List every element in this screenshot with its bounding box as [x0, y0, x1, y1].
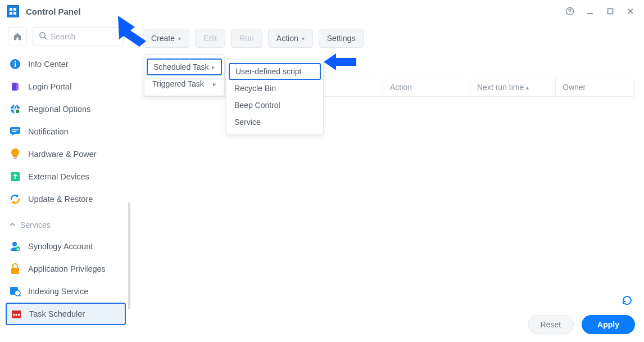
svg-rect-6: [587, 13, 593, 14]
button-label: Action: [276, 34, 298, 43]
column-label: Owner: [563, 83, 586, 92]
maximize-button[interactable]: [604, 4, 617, 18]
search-icon: [39, 32, 47, 42]
search-field-wrap[interactable]: [33, 27, 124, 46]
svg-rect-18: [13, 158, 17, 159]
button-label: Edit: [203, 34, 217, 43]
cycle-icon: [9, 193, 21, 205]
scheduled-task-submenu: User-defined script Recycle Bin Beep Con…: [226, 59, 324, 134]
bottom-bar: Reset Apply: [143, 315, 635, 334]
lock-icon: [9, 263, 21, 275]
svg-rect-29: [18, 314, 20, 316]
reset-button[interactable]: Reset: [528, 315, 574, 334]
globe-icon: [9, 103, 21, 115]
button-label: Run: [239, 34, 254, 43]
close-button[interactable]: [624, 4, 637, 18]
sidebar-item-hardware-power[interactable]: Hardware & Power: [6, 143, 126, 165]
column-label: Action: [390, 83, 412, 92]
sidebar-item-label: Hardware & Power: [28, 150, 97, 159]
sidebar: Info Center Login Portal Regional Option…: [0, 22, 131, 342]
index-icon: [9, 285, 21, 298]
sidebar-item-external-devices[interactable]: External Devices: [6, 165, 126, 188]
sidebar-item-label: External Devices: [28, 172, 89, 181]
menu-item-label: Scheduled Task: [153, 62, 209, 71]
menu-item-scheduled-task[interactable]: Scheduled Task ▸: [147, 58, 222, 75]
window-title: Control Panel: [26, 7, 81, 16]
sidebar-item-indexing-service[interactable]: Indexing Service: [6, 280, 126, 303]
content-area: Create ▾ Scheduled Task ▸ Triggered Task…: [131, 22, 644, 342]
menu-item-label: Triggered Task: [152, 79, 204, 88]
chevron-right-icon: ▸: [212, 64, 215, 71]
column-next-run-time[interactable]: Next run time ▴: [470, 78, 556, 96]
apply-button[interactable]: Apply: [582, 315, 635, 334]
run-button: Run: [231, 29, 262, 48]
svg-rect-1: [13, 8, 16, 11]
home-button[interactable]: [8, 27, 27, 46]
sidebar-item-application-privileges[interactable]: Application Privileges: [6, 258, 126, 280]
sidebar-item-update-restore[interactable]: Update & Restore: [6, 188, 126, 210]
sidebar-item-synology-account[interactable]: Synology Account: [6, 235, 126, 258]
create-menu: Scheduled Task ▸ Triggered Task ▸: [144, 55, 225, 96]
bulb-icon: [9, 148, 21, 160]
sidebar-item-label: Synology Account: [28, 242, 93, 251]
edit-button: Edit: [195, 29, 225, 48]
app-icon: [7, 5, 19, 17]
sidebar-item-label: Notification: [28, 127, 69, 136]
svg-rect-10: [15, 63, 16, 67]
svg-marker-30: [118, 16, 146, 47]
sidebar-item-regional-options[interactable]: Regional Options: [6, 98, 126, 120]
svg-marker-31: [324, 53, 356, 70]
button-label: Settings: [327, 34, 356, 43]
door-icon: [9, 80, 21, 93]
sidebar-scrollbar[interactable]: [128, 202, 130, 309]
svg-rect-16: [12, 129, 19, 130]
svg-point-8: [40, 32, 45, 37]
sidebar-section-services[interactable]: Services: [6, 215, 126, 235]
annotation-arrow: [324, 53, 356, 70]
svg-point-5: [569, 13, 570, 14]
action-button[interactable]: Action ▾: [268, 29, 313, 48]
svg-rect-7: [608, 9, 613, 14]
sidebar-item-info-center[interactable]: Info Center: [6, 53, 126, 75]
sidebar-item-login-portal[interactable]: Login Portal: [6, 75, 126, 98]
sort-ascending-icon: ▴: [526, 84, 529, 91]
toolbar: Create ▾ Scheduled Task ▸ Triggered Task…: [143, 27, 635, 50]
svg-rect-28: [16, 314, 17, 316]
sidebar-item-label: Application Privileges: [28, 264, 106, 273]
menu-item-recycle-bin[interactable]: Recycle Bin: [226, 80, 323, 97]
refresh-button[interactable]: [619, 292, 635, 308]
minimize-button[interactable]: [583, 4, 597, 18]
search-input[interactable]: [51, 32, 117, 41]
svg-rect-26: [12, 310, 21, 313]
sidebar-item-task-scheduler[interactable]: Task Scheduler: [6, 303, 126, 325]
chevron-right-icon: ▸: [213, 80, 216, 88]
column-owner[interactable]: Owner: [556, 78, 634, 96]
chevron-up-icon: [9, 220, 16, 230]
help-button[interactable]: [563, 4, 577, 18]
menu-item-label: Recycle Bin: [234, 84, 276, 93]
sidebar-item-label: Info Center: [28, 60, 69, 69]
upload-icon: [9, 170, 21, 183]
menu-item-beep-control[interactable]: Beep Control: [226, 97, 323, 114]
menu-item-user-defined-script[interactable]: User-defined script: [229, 63, 321, 80]
svg-rect-15: [10, 127, 20, 134]
sidebar-item-label: Login Portal: [28, 82, 71, 91]
svg-rect-22: [11, 268, 19, 274]
svg-rect-3: [13, 12, 16, 15]
caret-down-icon: ▾: [302, 35, 305, 42]
sidebar-item-notification[interactable]: Notification: [6, 120, 126, 143]
annotation-arrow: [118, 16, 157, 47]
menu-item-service[interactable]: Service: [226, 114, 323, 130]
sidebar-item-label: Update & Restore: [28, 195, 93, 204]
column-action[interactable]: Action: [383, 78, 470, 96]
menu-item-label: Beep Control: [234, 101, 280, 110]
sidebar-item-label: Indexing Service: [28, 287, 88, 296]
svg-rect-17: [12, 131, 16, 132]
menu-item-triggered-task[interactable]: Triggered Task ▸: [144, 75, 224, 92]
section-label: Services: [20, 220, 51, 230]
settings-button[interactable]: Settings: [319, 29, 364, 48]
title-bar: Control Panel: [0, 0, 644, 22]
caret-down-icon: ▾: [178, 35, 181, 42]
menu-item-label: Service: [234, 118, 261, 127]
svg-point-20: [12, 242, 17, 246]
